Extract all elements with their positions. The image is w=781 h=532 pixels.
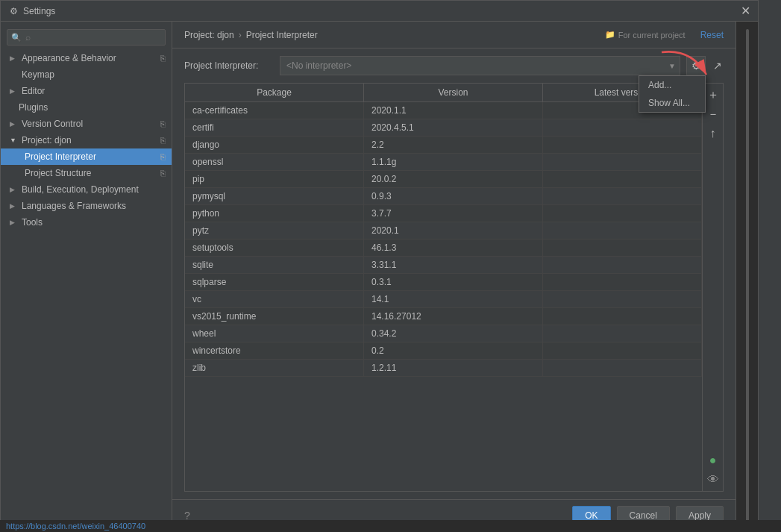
settings-window-icon: ⚙ bbox=[8, 6, 19, 16]
table-row[interactable]: wincertstore 0.2 bbox=[185, 342, 702, 360]
sidebar-item-label: Tools bbox=[22, 217, 43, 228]
sidebar-item-editor[interactable]: ▶ Editor bbox=[1, 83, 172, 99]
td-latest bbox=[543, 222, 702, 239]
interpreter-select: <No interpreter> ▼ bbox=[280, 56, 680, 75]
search-input[interactable] bbox=[7, 29, 166, 46]
arrow-right-icon: ▶ bbox=[10, 54, 19, 62]
panel-body: Project Interpreter: <No interpreter> ▼ … bbox=[172, 48, 735, 499]
sidebar-item-project-structure[interactable]: Project Structure ⎘ bbox=[1, 165, 172, 181]
td-package: sqlite bbox=[185, 257, 364, 273]
title-bar-left: ⚙ Settings bbox=[8, 6, 55, 16]
td-package: openssl bbox=[185, 154, 364, 170]
table-actions: ＋ － ↑ ● 👁 bbox=[702, 84, 723, 491]
sidebar-item-build-execution[interactable]: ▶ Build, Execution, Deployment bbox=[1, 181, 172, 198]
td-latest bbox=[543, 154, 702, 170]
sidebar-item-project-djon[interactable]: ▼ Project: djon ⎘ bbox=[1, 132, 172, 148]
td-latest bbox=[543, 325, 702, 342]
table-row[interactable]: vc 14.1 bbox=[185, 291, 702, 308]
td-package: pip bbox=[185, 171, 364, 187]
upgrade-package-button[interactable]: ↑ bbox=[705, 125, 721, 142]
table-row[interactable]: sqlite 3.31.1 bbox=[185, 257, 702, 274]
main-content: 🔍 ▶ Appearance & Behavior ⎘ Keymap ▶ Edi… bbox=[1, 22, 758, 531]
arrow-right-icon: ▶ bbox=[10, 87, 19, 95]
arrow-right-icon: ▶ bbox=[10, 202, 19, 210]
td-latest bbox=[543, 171, 702, 187]
table-row[interactable]: django 2.2 bbox=[185, 137, 702, 154]
interpreter-value: <No interpreter> bbox=[286, 60, 351, 71]
td-latest bbox=[543, 188, 702, 204]
copy-icon: ⎘ bbox=[160, 119, 166, 128]
td-package: zlib bbox=[185, 360, 364, 376]
arrow-right-icon: ▶ bbox=[10, 219, 19, 226]
copy-icon: ⎘ bbox=[160, 169, 166, 178]
right-panel: Project: djon › Project Interpreter 📁 Fo… bbox=[172, 22, 735, 531]
inspect-button[interactable]: 👁 bbox=[705, 472, 721, 488]
td-version: 2020.1.1 bbox=[364, 102, 543, 119]
sidebar-item-plugins[interactable]: Plugins bbox=[1, 99, 172, 116]
td-package: vc bbox=[185, 291, 364, 307]
td-package: ca-certificates bbox=[185, 102, 364, 119]
breadcrumb: Project: djon › Project Interpreter bbox=[184, 30, 318, 40]
interpreter-select-box[interactable]: <No interpreter> ▼ bbox=[280, 56, 680, 75]
td-latest bbox=[543, 308, 702, 325]
td-version: 14.1 bbox=[364, 291, 543, 307]
scrollbar[interactable] bbox=[746, 29, 749, 524]
td-version: 2020.4.5.1 bbox=[364, 119, 543, 136]
table-row[interactable]: zlib 1.2.11 bbox=[185, 360, 702, 377]
table-row[interactable]: pip 20.0.2 bbox=[185, 171, 702, 188]
export-button[interactable]: ↗ bbox=[712, 58, 724, 73]
for-current-project-label: For current project bbox=[618, 31, 686, 40]
table-row[interactable]: wheel 0.34.2 bbox=[185, 325, 702, 342]
gear-button[interactable]: ⚙ bbox=[686, 56, 706, 75]
td-version: 1.2.11 bbox=[364, 360, 543, 376]
td-latest bbox=[543, 257, 702, 273]
url-text: https://blog.csdn.net/weixin_46400740 bbox=[6, 522, 145, 531]
td-package: wincertstore bbox=[185, 342, 364, 359]
td-version: 1.1.1g bbox=[364, 154, 543, 170]
td-latest bbox=[543, 119, 702, 136]
settings-window: ⚙ Settings ✕ 🔍 ▶ Appearance & Behavior ⎘… bbox=[0, 0, 759, 532]
sidebar-item-tools[interactable]: ▶ Tools bbox=[1, 214, 172, 231]
remove-package-button[interactable]: － bbox=[705, 106, 721, 122]
table-row[interactable]: setuptools 46.1.3 bbox=[185, 240, 702, 257]
table-row[interactable]: python 3.7.7 bbox=[185, 205, 702, 222]
sidebar-item-label: Keymap bbox=[22, 69, 54, 80]
table-row[interactable]: sqlparse 0.3.1 bbox=[185, 274, 702, 291]
td-version: 0.9.3 bbox=[364, 188, 543, 204]
dropdown-add[interactable]: Add... bbox=[639, 76, 705, 94]
td-version: 0.2 bbox=[364, 342, 543, 359]
sidebar-item-languages[interactable]: ▶ Languages & Frameworks bbox=[1, 198, 172, 214]
td-latest bbox=[543, 274, 702, 290]
table-row[interactable]: certifi 2020.4.5.1 bbox=[185, 119, 702, 137]
td-version: 0.3.1 bbox=[364, 274, 543, 290]
add-package-button[interactable]: ＋ bbox=[705, 87, 721, 103]
table-row[interactable]: openssl 1.1.1g bbox=[185, 154, 702, 171]
reset-button[interactable]: Reset bbox=[700, 30, 724, 40]
copy-icon: ⎘ bbox=[160, 136, 166, 145]
td-package: python bbox=[185, 205, 364, 222]
close-button[interactable]: ✕ bbox=[741, 5, 750, 17]
dropdown-show-all[interactable]: Show All... bbox=[639, 94, 705, 112]
sidebar-item-version-control[interactable]: ▶ Version Control ⎘ bbox=[1, 116, 172, 132]
interpreter-row: Project Interpreter: <No interpreter> ▼ … bbox=[184, 56, 724, 75]
arrow-right-icon: ▶ bbox=[10, 186, 19, 193]
td-latest bbox=[543, 342, 702, 359]
th-package: Package bbox=[185, 84, 364, 101]
td-package: wheel bbox=[185, 325, 364, 342]
sidebar-item-keymap[interactable]: Keymap bbox=[1, 66, 172, 83]
sidebar-item-project-interpreter[interactable]: Project Interpreter ⎘ bbox=[1, 148, 172, 165]
table-row[interactable]: vs2015_runtime 14.16.27012 bbox=[185, 308, 702, 325]
run-button[interactable]: ● bbox=[705, 452, 721, 469]
table-row[interactable]: pymysql 0.9.3 bbox=[185, 188, 702, 205]
copy-icon: ⎘ bbox=[160, 152, 166, 161]
table-row[interactable]: pytz 2020.1 bbox=[185, 222, 702, 240]
for-current-project: 📁 For current project bbox=[605, 30, 686, 40]
td-version: 14.16.27012 bbox=[364, 308, 543, 325]
breadcrumb-current: Project Interpreter bbox=[246, 30, 318, 40]
td-package: certifi bbox=[185, 119, 364, 136]
td-package: django bbox=[185, 137, 364, 153]
table-row[interactable]: ca-certificates 2020.1.1 bbox=[185, 102, 702, 119]
td-latest bbox=[543, 291, 702, 307]
th-version: Version bbox=[364, 84, 543, 101]
sidebar-item-appearance[interactable]: ▶ Appearance & Behavior ⎘ bbox=[1, 50, 172, 66]
